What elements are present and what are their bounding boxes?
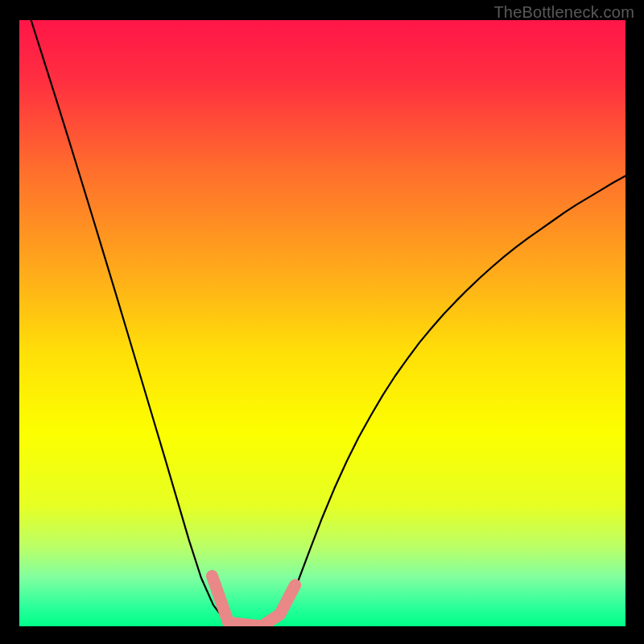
svg-line-1 <box>212 576 228 623</box>
stub-segments <box>212 576 295 627</box>
svg-line-4 <box>280 585 295 614</box>
plot-area <box>19 20 625 626</box>
curve-layer <box>19 20 625 626</box>
bottleneck-curve <box>19 20 625 626</box>
watermark-text: TheBottleneck.com <box>493 3 634 22</box>
chart-stage: TheBottleneck.com <box>0 0 644 644</box>
